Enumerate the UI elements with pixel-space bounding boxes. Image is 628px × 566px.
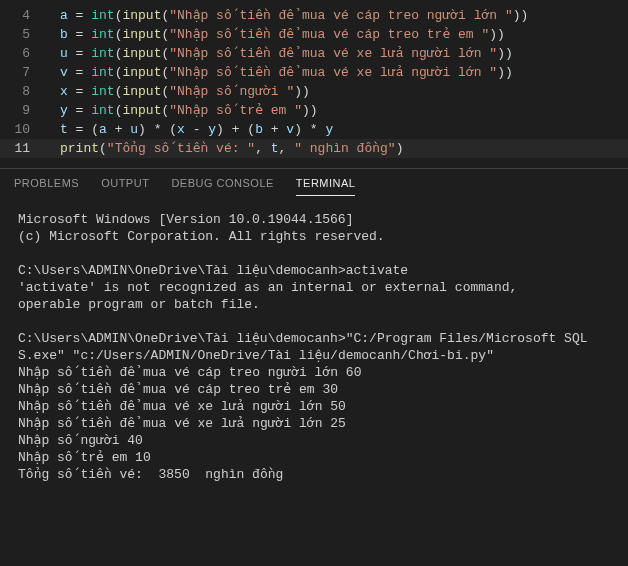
terminal-line: Nhập số người 40 [18,432,610,449]
line-number: 9 [0,101,48,120]
terminal-line: operable program or batch file. [18,296,610,313]
code-line[interactable]: 7v = int(input("Nhập số tiền để mua vé x… [0,63,628,82]
code-content[interactable]: t = (a + u) * (x - y) + (b + v) * y [48,120,333,139]
line-number: 6 [0,44,48,63]
terminal-line: Nhập số trẻ em 10 [18,449,610,466]
code-line[interactable]: 10t = (a + u) * (x - y) + (b + v) * y [0,120,628,139]
tab-output[interactable]: OUTPUT [101,177,149,195]
code-content[interactable]: print("Tổng số tiền vé: ", t, " nghìn đồ… [48,139,403,158]
tab-debug-console[interactable]: DEBUG CONSOLE [171,177,273,195]
terminal-line: C:\Users\ADMIN\OneDrive\Tài liệu\democan… [18,262,610,279]
code-content[interactable]: u = int(input("Nhập số tiền để mua vé xe… [48,44,513,63]
terminal-blank-line [18,245,610,262]
tab-terminal[interactable]: TERMINAL [296,177,356,196]
code-editor[interactable]: 4a = int(input("Nhập số tiền để mua vé c… [0,0,628,158]
panel-tabs: PROBLEMSOUTPUTDEBUG CONSOLETERMINAL [0,169,628,201]
code-content[interactable]: v = int(input("Nhập số tiền để mua vé xe… [48,63,513,82]
tab-problems[interactable]: PROBLEMS [14,177,79,195]
code-line[interactable]: 5b = int(input("Nhập số tiền để mua vé c… [0,25,628,44]
code-content[interactable]: a = int(input("Nhập số tiền để mua vé cá… [48,6,528,25]
terminal-blank-line [18,313,610,330]
line-number: 7 [0,63,48,82]
terminal-line: 'activate' is not recognized as an inter… [18,279,610,296]
line-number: 8 [0,82,48,101]
code-line[interactable]: 6u = int(input("Nhập số tiền để mua vé x… [0,44,628,63]
terminal-line: C:\Users\ADMIN\OneDrive\Tài liệu\democan… [18,330,610,364]
terminal-output[interactable]: Microsoft Windows [Version 10.0.19044.15… [0,201,628,493]
line-number: 4 [0,6,48,25]
code-content[interactable]: y = int(input("Nhập số trẻ em ")) [48,101,318,120]
code-content[interactable]: b = int(input("Nhập số tiền để mua vé cá… [48,25,505,44]
code-line[interactable]: 9y = int(input("Nhập số trẻ em ")) [0,101,628,120]
line-number: 5 [0,25,48,44]
terminal-line: Nhập số tiền để mua vé cáp treo người lớ… [18,364,610,381]
terminal-line: Nhập số tiền để mua vé xe lửa người lớn … [18,398,610,415]
line-number: 10 [0,120,48,139]
terminal-line: Tổng số tiền vé: 3850 nghìn đồng [18,466,610,483]
terminal-line: Microsoft Windows [Version 10.0.19044.15… [18,211,610,228]
code-line[interactable]: 11print("Tổng số tiền vé: ", t, " nghìn … [0,139,628,158]
code-line[interactable]: 4a = int(input("Nhập số tiền để mua vé c… [0,6,628,25]
terminal-line: Nhập số tiền để mua vé cáp treo trẻ em 3… [18,381,610,398]
code-line[interactable]: 8x = int(input("Nhập số người ")) [0,82,628,101]
bottom-panel: PROBLEMSOUTPUTDEBUG CONSOLETERMINAL Micr… [0,168,628,493]
code-content[interactable]: x = int(input("Nhập số người ")) [48,82,310,101]
terminal-line: Nhập số tiền để mua vé xe lửa người lớn … [18,415,610,432]
terminal-line: (c) Microsoft Corporation. All rights re… [18,228,610,245]
line-number: 11 [0,139,48,158]
